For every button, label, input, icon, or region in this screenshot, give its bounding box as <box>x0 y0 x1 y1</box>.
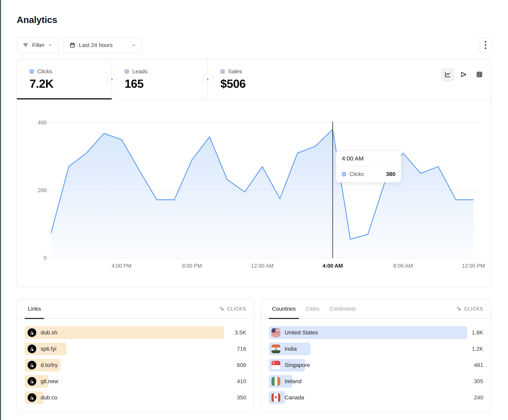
row-label: git.new <box>41 378 58 384</box>
cursor-click-icon <box>219 306 225 312</box>
calendar-icon <box>69 42 75 48</box>
line-chart-view-button[interactable] <box>441 68 454 81</box>
row-label: Ireland <box>285 378 302 384</box>
row-label: spti.fyi <box>41 346 56 352</box>
links-tab-label: Links <box>28 306 41 312</box>
metric-caption-label: CLICKS <box>464 306 483 312</box>
svg-text:0: 0 <box>44 255 47 261</box>
clicks-metric-caption[interactable]: CLICKS <box>456 306 483 312</box>
kebab-menu-icon <box>485 41 486 43</box>
svg-text:400: 400 <box>38 120 47 126</box>
row-value: 606 <box>237 362 246 368</box>
flag-icon-ca <box>272 393 280 402</box>
continents-tab-label: Continents <box>329 306 356 312</box>
list-item[interactable]: Singapore481 <box>269 359 483 371</box>
row-value: 1.8K <box>472 329 483 336</box>
date-range-label: Last 24 hours <box>79 42 113 48</box>
chart-tooltip: 4:00 AM Clicks 380 <box>336 150 401 182</box>
expand-metrics-button[interactable] <box>202 74 213 85</box>
list-item[interactable]: dub.sh3.5K <box>25 326 246 339</box>
tooltip-value: 380 <box>386 171 395 177</box>
countries-panel: Countries Cities Continents CLICKS Unite… <box>261 299 492 412</box>
row-value: 305 <box>474 378 483 384</box>
expand-metrics-button[interactable] <box>106 74 117 85</box>
dub-logo-icon <box>28 328 36 337</box>
row-label: India <box>285 346 297 352</box>
row-value: 410 <box>237 378 246 384</box>
row-label: d.to/try <box>41 362 58 368</box>
svg-text:4:00 PM: 4:00 PM <box>112 263 132 269</box>
links-list: dub.sh3.5Kspti.fyi716d.to/try606git.new4… <box>17 319 254 404</box>
tab-countries[interactable]: Countries <box>269 299 299 319</box>
list-item[interactable]: United States1.8K <box>269 326 483 339</box>
filter-lines-icon <box>22 42 29 48</box>
tab-continents[interactable]: Continents <box>326 299 359 319</box>
metric-caption-label: CLICKS <box>227 306 246 312</box>
filter-button-label: Filter <box>32 42 45 48</box>
tab-cities[interactable]: Cities <box>302 299 323 319</box>
svg-text:8:00 PM: 8:00 PM <box>182 263 202 269</box>
svg-text:4:00 AM: 4:00 AM <box>322 263 343 269</box>
flag-icon-in <box>272 345 280 353</box>
tab-links[interactable]: Links <box>25 299 44 319</box>
row-label: United States <box>285 329 318 336</box>
row-label: Canada <box>285 394 304 401</box>
analytics-chart-card: Clicks 7.2K Leads 165 <box>16 59 492 287</box>
row-value: 481 <box>474 362 483 368</box>
row-value: 240 <box>474 394 483 401</box>
chevron-down-icon <box>48 43 52 47</box>
chart-canvas[interactable]: 02004004:00 PM8:00 PM12:00 AM4:00 AM8:00… <box>17 59 491 287</box>
chevron-right-icon <box>110 77 114 81</box>
dub-logo-icon <box>28 377 36 386</box>
dub-logo-icon <box>28 345 36 353</box>
row-value: 3.5K <box>235 329 246 336</box>
countries-list: United States1.8KIndia1.2KSingapore481Ir… <box>261 319 491 404</box>
funnel-chart-icon <box>460 71 467 78</box>
dub-logo-icon <box>28 361 36 369</box>
list-item[interactable]: dub.co350 <box>25 391 246 404</box>
countries-panel-header: Countries Cities Continents CLICKS <box>261 299 491 319</box>
svg-text:200: 200 <box>38 188 47 193</box>
page-title: Analytics <box>17 14 57 25</box>
list-item[interactable]: India1.2K <box>269 342 483 355</box>
list-item[interactable]: d.to/try606 <box>25 359 246 371</box>
tooltip-time: 4:00 AM <box>336 151 401 166</box>
list-item[interactable]: spti.fyi716 <box>25 342 246 355</box>
row-value: 716 <box>237 346 246 352</box>
svg-text:12:00 PM: 12:00 PM <box>462 263 485 269</box>
list-item[interactable]: Ireland305 <box>269 375 483 388</box>
date-range-button[interactable]: Last 24 hours <box>63 37 142 53</box>
table-grid-icon <box>476 71 483 78</box>
flag-icon-sg <box>272 361 280 369</box>
flag-icon-us <box>272 328 280 337</box>
funnel-chart-view-button[interactable] <box>457 68 470 81</box>
analytics-page: Analytics Filter Last 24 hours Clicks <box>0 0 508 420</box>
maple-leaf-icon <box>274 395 278 399</box>
clicks-metric-caption[interactable]: CLICKS <box>219 306 246 312</box>
chevron-right-icon <box>206 77 210 81</box>
list-item[interactable]: git.new410 <box>25 375 246 388</box>
line-chart-icon <box>444 71 451 78</box>
row-label: dub.sh <box>41 329 57 336</box>
links-panel-header: Links CLICKS <box>17 299 254 319</box>
chevron-down-icon <box>131 43 136 48</box>
svg-text:8:00 AM: 8:00 AM <box>393 263 413 269</box>
dub-logo-icon <box>28 393 36 402</box>
links-panel: Links CLICKS dub.sh3.5Kspti.fyi716d.to/t… <box>16 299 254 412</box>
row-value: 1.2K <box>472 346 483 352</box>
row-label: dub.co <box>41 394 57 401</box>
countries-tab-label: Countries <box>272 306 296 312</box>
table-view-button[interactable] <box>473 68 486 81</box>
filter-button[interactable]: Filter <box>17 37 59 53</box>
more-menu-button[interactable] <box>479 37 492 53</box>
tooltip-series-label: Clicks <box>350 171 364 177</box>
window-edge-strip <box>0 0 1 420</box>
cursor-click-icon <box>456 306 462 312</box>
flag-icon-ie <box>272 377 280 386</box>
svg-text:12:00 AM: 12:00 AM <box>251 263 274 269</box>
row-label: Singapore <box>285 362 310 368</box>
cities-tab-label: Cities <box>306 306 320 312</box>
list-item[interactable]: Canada240 <box>269 391 483 404</box>
row-value: 350 <box>237 394 246 401</box>
clicks-area-chart[interactable]: 02004004:00 PM8:00 PM12:00 AM4:00 AM8:00… <box>17 100 491 287</box>
